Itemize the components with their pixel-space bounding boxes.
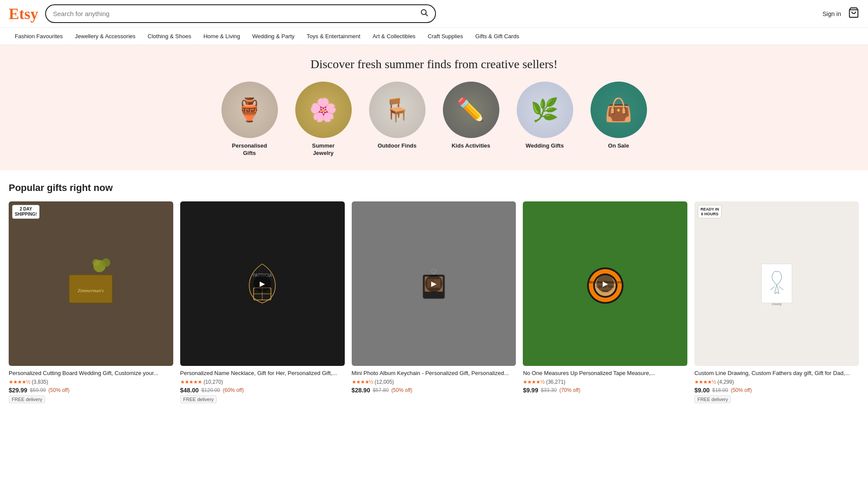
price-original: $59.99 <box>30 387 46 393</box>
stars-line-drawing: ★★★★½ (4,299) <box>694 379 859 385</box>
svg-text:Daddy: Daddy <box>772 302 782 306</box>
summer-jewelry-image: 🌸 <box>295 82 352 138</box>
outdoor-finds-image: 🪑 <box>369 82 426 138</box>
price-discount: (60% off) <box>223 387 244 393</box>
stars-tape-measure: ★★★★½ (36,271) <box>523 379 687 385</box>
product-title-keychain: Mini Photo Album Keychain - Personalized… <box>352 369 516 377</box>
product-image-tape-measure: No One Measures Up To You Dad ▶ <box>523 201 687 366</box>
search-bar <box>45 4 436 23</box>
product-image-line-drawing: Daddy READY IN6 HOURS <box>694 201 859 366</box>
summer-jewelry-label: SummerJewelry <box>312 142 334 157</box>
personalised-gifts-image: 🏺 <box>221 82 278 138</box>
nav-item-clothing[interactable]: Clothing & Shoes <box>142 28 197 45</box>
outdoor-finds-label: Outdoor Finds <box>378 142 417 150</box>
product-grid: Zimmerman's 2 DAYSHIPPING! Personalized … <box>9 201 859 403</box>
product-title-necklace: Personalized Name Necklace, Gift for Her… <box>180 369 345 377</box>
shipping-badge: 2 DAYSHIPPING! <box>12 205 40 219</box>
personalised-gifts-label: PersonalisedGifts <box>232 142 267 157</box>
cart-icon[interactable] <box>848 7 859 21</box>
nav-item-wedding[interactable]: Wedding & Party <box>246 28 300 45</box>
star-icons: ★★★★½ <box>523 379 544 385</box>
play-button[interactable]: ▶ <box>254 275 271 292</box>
product-image-necklace: PATRICIA ▶ <box>180 201 345 366</box>
product-card-line-drawing[interactable]: Daddy READY IN6 HOURS Custom Line Drawin… <box>694 201 859 403</box>
line-drawing-illustration: Daddy <box>749 255 805 312</box>
product-card-tape-measure[interactable]: No One Measures Up To You Dad ▶ No One M… <box>523 201 687 403</box>
svg-rect-26 <box>762 264 792 303</box>
nav-item-toys[interactable]: Toys & Entertainment <box>300 28 366 45</box>
category-outdoor-finds[interactable]: 🪑 Outdoor Finds <box>369 82 426 157</box>
svg-point-8 <box>92 259 99 266</box>
price-row-cutting-board: $29.99 $59.99 (50% off) <box>9 387 173 394</box>
product-title-line-drawing: Custom Line Drawing, Custom Fathers day … <box>694 369 859 377</box>
star-icons: ★★★★½ <box>9 379 30 385</box>
bag-icon <box>848 7 859 18</box>
free-delivery-badge: FREE delivery <box>180 395 217 403</box>
search-icon <box>420 9 428 16</box>
price-discount: (50% off) <box>731 387 752 393</box>
category-wedding-gifts[interactable]: 🌿 Wedding Gifts <box>517 82 573 157</box>
product-image-keychain: ▶ <box>352 201 516 366</box>
price-current: $9.00 <box>694 387 710 394</box>
hero-title: Discover fresh summer finds from creativ… <box>9 57 859 71</box>
cutting-board-illustration: Zimmerman's <box>60 253 121 314</box>
nav-item-fashion[interactable]: Fashion Favourites <box>9 28 69 45</box>
nav-item-home[interactable]: Home & Living <box>197 28 246 45</box>
price-row-keychain: $28.90 $57.80 (50% off) <box>352 387 516 394</box>
price-original: $33.30 <box>541 387 557 393</box>
price-current: $29.99 <box>9 387 27 394</box>
price-discount: (50% off) <box>49 387 69 393</box>
hero-banner: Discover fresh summer finds from creativ… <box>0 45 868 170</box>
stars-cutting-board: ★★★★½ (3,835) <box>9 379 173 385</box>
nav-item-gifts[interactable]: Gifts & Gift Cards <box>469 28 525 45</box>
review-count: (3,835) <box>32 379 48 385</box>
product-title-cutting-board: Personalized Cutting Board Wedding Gift,… <box>9 369 173 377</box>
review-count: (12,005) <box>375 379 394 385</box>
price-current: $28.90 <box>352 387 370 394</box>
header: Etsy Sign in <box>0 0 868 28</box>
nav-item-art[interactable]: Art & Collectibles <box>366 28 422 45</box>
stars-keychain: ★★★★½ (12,005) <box>352 379 516 385</box>
on-sale-image: 👜 <box>591 82 647 138</box>
play-button[interactable]: ▶ <box>425 275 442 292</box>
review-count: (36,271) <box>546 379 565 385</box>
search-button[interactable] <box>420 9 428 19</box>
price-current: $48.00 <box>180 387 199 394</box>
sign-in-button[interactable]: Sign in <box>822 10 841 17</box>
price-row-tape-measure: $9.99 $33.30 (70% off) <box>523 387 687 394</box>
price-original: $18.00 <box>712 387 728 393</box>
nav-item-jewellery[interactable]: Jewellery & Accessories <box>69 28 142 45</box>
price-discount: (70% off) <box>559 387 580 393</box>
svg-line-1 <box>426 14 427 16</box>
wedding-gifts-label: Wedding Gifts <box>526 142 564 150</box>
play-button[interactable]: ▶ <box>597 275 614 292</box>
main-nav: Fashion Favourites Jewellery & Accessori… <box>0 28 868 45</box>
etsy-logo[interactable]: Etsy <box>9 5 38 23</box>
product-card-necklace[interactable]: PATRICIA ▶ Personalized Name Necklace, G… <box>180 201 345 403</box>
category-summer-jewelry[interactable]: 🌸 SummerJewelry <box>295 82 352 157</box>
product-card-keychain[interactable]: ▶ Mini Photo Album Keychain - Personaliz… <box>352 201 516 403</box>
category-circles: 🏺 PersonalisedGifts 🌸 SummerJewelry 🪑 Ou… <box>9 82 859 166</box>
popular-section: Popular gifts right now Zimmerman's 2 DA… <box>0 170 868 412</box>
wedding-gifts-image: 🌿 <box>517 82 573 138</box>
price-current: $9.99 <box>523 387 538 394</box>
category-kids-activities[interactable]: ✏️ Kids Activities <box>443 82 499 157</box>
search-input[interactable] <box>53 10 417 17</box>
nav-item-craft[interactable]: Craft Supplies <box>422 28 469 45</box>
product-card-cutting-board[interactable]: Zimmerman's 2 DAYSHIPPING! Personalized … <box>9 201 173 403</box>
price-original: $120.00 <box>201 387 220 393</box>
star-icons: ★★★★½ <box>352 379 373 385</box>
category-on-sale[interactable]: 👜 On Sale <box>591 82 647 157</box>
review-count: (10,270) <box>204 379 223 385</box>
section-title-popular: Popular gifts right now <box>9 182 859 194</box>
ready-in-hours-badge: READY IN6 HOURS <box>698 205 722 219</box>
svg-point-7 <box>102 258 110 267</box>
product-title-tape-measure: No One Measures Up Personalized Tape Mea… <box>523 369 687 377</box>
review-count: (4,299) <box>717 379 734 385</box>
price-discount: (50% off) <box>391 387 412 393</box>
svg-text:Zimmerman's: Zimmerman's <box>78 288 104 293</box>
price-row-necklace: $48.00 $120.00 (60% off) <box>180 387 345 394</box>
kids-activities-image: ✏️ <box>443 82 499 138</box>
category-personalised-gifts[interactable]: 🏺 PersonalisedGifts <box>221 82 278 157</box>
price-original: $57.80 <box>373 387 389 393</box>
